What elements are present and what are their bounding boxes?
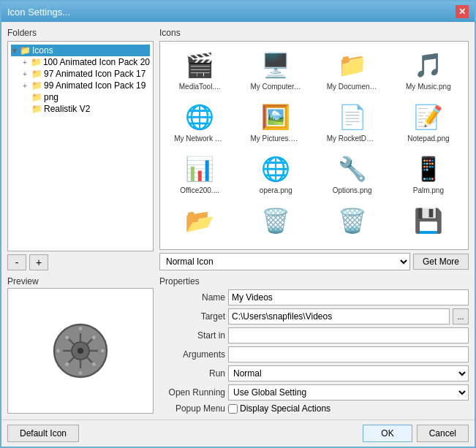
title-bar: Icon Settings... ✕ [1,1,475,22]
icon-type-select[interactable]: Normal IconLarge IconSmall Icon [159,253,410,270]
icon-glyph-14: 🗑️ [335,203,370,238]
tree-item-root[interactable]: ▼ 📁 Icons [11,45,150,56]
icon-item-10[interactable]: 🔧Options.png [316,148,389,197]
arguments-input[interactable] [228,346,469,362]
icon-item-12[interactable]: 📂 [163,200,236,241]
popup-menu-checkbox-text: Display Special Actions [240,403,330,414]
folder-controls: - + [7,254,154,270]
top-section: Folders ▼ 📁 Icons + 📁 100 Animated Icon … [7,28,469,270]
icon-label-2: My Document.... [327,83,378,91]
icon-glyph-10: 🔧 [335,151,370,186]
icon-item-9[interactable]: 🌐opera.png [239,148,312,197]
add-folder-button[interactable]: + [29,254,48,270]
svg-point-11 [78,326,83,330]
browse-button[interactable]: ... [453,308,469,324]
icon-item-8[interactable]: 📊Office200.... [163,148,236,197]
icons-panel: Icons 🎬MediaTool....🖥️My Computer....📁My… [159,28,469,270]
icon-item-15[interactable]: 💾 [392,200,465,241]
expander-1: + [23,70,30,78]
svg-point-15 [64,335,69,339]
close-button[interactable]: ✕ [456,5,469,18]
start-in-input[interactable] [228,327,469,343]
name-input[interactable] [228,289,469,305]
icons-grid[interactable]: 🎬MediaTool....🖥️My Computer....📁My Docum… [159,41,469,250]
properties-panel: Properties Name Target ... Start in [159,276,469,414]
run-select[interactable]: NormalMinimizedMaximized [228,365,469,381]
folder-icon-0: 📁 [31,57,42,67]
preview-box [7,288,154,414]
tree-item-3[interactable]: 📁 png [23,91,150,103]
tree-item-label-1: 97 Animated Icon Pack 17 [44,69,146,79]
tree-item-1[interactable]: + 📁 97 Animated Icon Pack 17 [23,68,150,80]
icon-item-4[interactable]: 🌐My Network Places.png [163,96,236,145]
icon-item-6[interactable]: 📄My RocketDoc... [316,96,389,145]
open-running-select[interactable]: Use Global SettingAlwaysNever [228,384,469,400]
folder-icon-4: 📁 [31,104,42,114]
icon-label-7: Notepad.png [407,134,449,143]
target-label: Target [159,311,225,322]
icon-label-1: My Computer.... [250,83,301,91]
icon-label-11: Palm.png [413,186,444,194]
folders-panel: Folders ▼ 📁 Icons + 📁 100 Animated Icon … [7,28,154,270]
icon-glyph-13: 🗑️ [258,203,293,238]
tree-item-2[interactable]: + 📁 99 Animated Icon Pack 19 [23,80,150,91]
svg-point-2 [78,348,83,354]
icon-glyph-8: 📊 [182,151,217,186]
icon-item-11[interactable]: 📱Palm.png [392,148,465,197]
icon-type-row: Normal IconLarge IconSmall Icon Get More [159,253,469,270]
svg-point-12 [78,371,83,375]
folder-tree[interactable]: ▼ 📁 Icons + 📁 100 Animated Icon Pack 20 … [7,41,154,251]
open-running-label: Open Running [159,387,225,398]
default-icon-button[interactable]: Default Icon [7,425,79,442]
icon-glyph-6: 📄 [335,99,370,134]
open-running-row: Open Running Use Global SettingAlwaysNev… [159,384,469,400]
icon-item-2[interactable]: 📁My Document.... [316,45,389,94]
icon-label-10: Options.png [333,186,372,194]
folders-label: Folders [7,28,154,38]
expander-2: + [23,82,30,90]
icon-item-7[interactable]: 📝Notepad.png [392,96,465,145]
svg-point-16 [91,362,96,366]
get-more-button[interactable]: Get More [413,254,469,270]
icon-item-5[interactable]: 🖼️My Pictures.png [239,96,312,145]
icon-item-0[interactable]: 🎬MediaTool.... [163,45,236,94]
icon-glyph-2: 📁 [335,48,370,83]
dialog-footer: Default Icon OK Cancel [1,419,475,447]
icon-label-8: Office200.... [180,186,219,194]
start-in-row: Start in [159,327,469,343]
tree-item-0[interactable]: + 📁 100 Animated Icon Pack 20 [23,56,150,68]
svg-point-13 [56,349,60,353]
ok-button[interactable]: OK [363,425,412,442]
dialog-title: Icon Settings... [7,7,70,18]
icon-label-3: My Music.png [406,83,451,91]
tree-item-label-3: png [44,92,58,102]
target-input[interactable] [228,308,450,324]
icons-label: Icons [159,28,469,38]
icon-glyph-9: 🌐 [258,151,293,186]
name-row: Name [159,289,469,305]
icon-glyph-1: 🖥️ [258,48,293,83]
folder-icon-2: 📁 [31,80,42,91]
expander-0: + [23,58,29,67]
popup-menu-label: Popup Menu [159,403,225,414]
icon-settings-dialog: Icon Settings... ✕ Folders ▼ 📁 Icons [0,0,476,448]
run-label: Run [159,368,225,379]
arguments-label: Arguments [159,349,225,360]
preview-icon [51,322,110,380]
icon-glyph-12: 📂 [182,203,217,238]
remove-folder-button[interactable]: - [7,254,26,270]
icon-label-0: MediaTool.... [179,83,221,91]
tree-item-label-4: Realistik V2 [44,104,90,114]
cancel-button[interactable]: Cancel [417,425,469,442]
icon-item-1[interactable]: 🖥️My Computer.... [239,45,312,94]
popup-menu-checkbox[interactable] [228,404,238,414]
tree-item-label-0: 100 Animated Icon Pack 20 [43,57,150,67]
icon-item-14[interactable]: 🗑️ [316,200,389,241]
tree-item-label-2: 99 Animated Icon Pack 19 [44,80,146,91]
expander-root: ▼ [11,47,18,55]
bottom-section: Preview [7,276,469,414]
icon-item-13[interactable]: 🗑️ [239,200,312,241]
tree-item-4[interactable]: 📁 Realistik V2 [23,103,150,115]
svg-point-18 [64,362,69,366]
icon-item-3[interactable]: 🎵My Music.png [392,45,465,94]
